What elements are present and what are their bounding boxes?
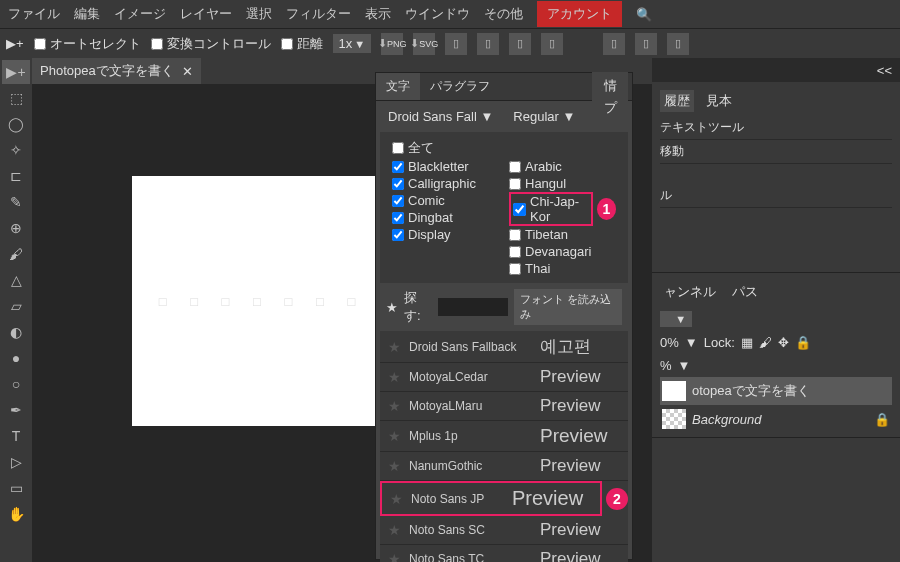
filter-hangul[interactable]: Hangul [509,175,616,192]
distribute-icon-3[interactable]: ▯ [667,33,689,55]
layer-thumb [662,409,686,429]
menu-layer[interactable]: レイヤー [180,5,232,23]
export-svg-button[interactable]: ⬇SVG [413,33,435,55]
crop-tool[interactable]: ⊏ [2,164,30,188]
fav-icon[interactable]: ★ [388,398,401,414]
align-right-icon[interactable]: ▯ [509,33,531,55]
lock-pixels-icon[interactable]: ▦ [741,335,753,350]
menu-filter[interactable]: フィルター [286,5,351,23]
shape-tool[interactable]: ▭ [2,476,30,500]
history-item[interactable]: テキストツール [660,116,892,140]
lock-move-icon[interactable]: ✥ [778,335,789,350]
transform-controls-checkbox[interactable]: 変換コントロール [151,35,271,53]
collapse-icon[interactable]: << [877,63,892,78]
filter-devanagari[interactable]: Devanagari [509,243,616,260]
blur-tool[interactable]: ● [2,346,30,370]
fav-icon[interactable]: ★ [388,522,401,538]
filter-dingbat[interactable]: Dingbat [392,209,499,226]
path-tool[interactable]: ▷ [2,450,30,474]
fav-icon[interactable]: ★ [388,458,401,474]
history-item[interactable]: ル [660,184,892,208]
font-row[interactable]: ★MotoyaLCedarPreview [380,363,628,392]
filter-arabic[interactable]: Arabic [509,158,616,175]
auto-select-checkbox[interactable]: オートセレクト [34,35,141,53]
filter-tibetan[interactable]: Tibetan [509,226,616,243]
lock-icon: 🔒 [874,412,890,427]
eyedropper-tool[interactable]: ✎ [2,190,30,214]
close-icon[interactable]: ✕ [182,64,193,79]
history-item[interactable]: 移動 [660,140,892,164]
filter-thai[interactable]: Thai [509,260,616,277]
fav-icon[interactable]: ★ [388,369,401,385]
lock-all-icon[interactable]: 🔒 [795,335,811,350]
document-tab[interactable]: Photopeaで文字を書く ✕ [32,58,201,84]
fav-icon[interactable]: ★ [388,551,401,562]
move-tool[interactable]: ▶+ [2,60,30,84]
layer-row[interactable]: otopeaで文字を書く [660,377,892,405]
tab-history[interactable]: 履歴 [660,90,694,112]
font-family-dropdown[interactable]: Droid Sans Fall ▼ [388,109,493,124]
tab-channels[interactable]: ャンネル [660,281,720,303]
font-row[interactable]: ★NanumGothicPreview [380,452,628,481]
menu-window[interactable]: ウインドウ [405,5,470,23]
search-icon[interactable]: 🔍 [636,7,652,22]
align-left-icon[interactable]: ▯ [445,33,467,55]
fav-icon[interactable]: ★ [388,339,401,355]
font-weight-dropdown[interactable]: Regular ▼ [513,109,575,124]
dodge-tool[interactable]: ○ [2,372,30,396]
canvas[interactable]: □ □ □ □ □ □ □ [132,176,392,426]
text-tool[interactable]: T [2,424,30,448]
eraser-tool[interactable]: ▱ [2,294,30,318]
stamp-tool[interactable]: △ [2,268,30,292]
brush-tool[interactable]: 🖌 [2,242,30,266]
font-row[interactable]: ★Mplus 1pPreview [380,421,628,452]
font-row-highlighted[interactable]: ★Noto Sans JPPreview [380,481,602,516]
menu-file[interactable]: ファイル [8,5,60,23]
menu-select[interactable]: 選択 [246,5,272,23]
star-icon[interactable]: ★ [386,300,398,315]
export-png-button[interactable]: ⬇PNG [381,33,403,55]
font-row[interactable]: ★MotoyaLMaruPreview [380,392,628,421]
distribute-icon-2[interactable]: ▯ [635,33,657,55]
filter-display[interactable]: Display [392,226,499,243]
lasso-tool[interactable]: ◯ [2,112,30,136]
zoom-dropdown[interactable]: 1x▼ [333,34,372,53]
filter-all[interactable]: 全て [392,138,616,158]
wand-tool[interactable]: ✧ [2,138,30,162]
font-row[interactable]: ★Droid Sans Fallback예고편 [380,331,628,363]
menu-view[interactable]: 表示 [365,5,391,23]
layer-row[interactable]: Background 🔒 [660,405,892,433]
filter-cjk[interactable] [513,203,526,216]
lock-brush-icon[interactable]: 🖌 [759,335,772,350]
filter-blackletter[interactable]: Blackletter [392,158,499,175]
marquee-tool[interactable]: ⬚ [2,86,30,110]
menu-other[interactable]: その他 [484,5,523,23]
gradient-tool[interactable]: ◐ [2,320,30,344]
fav-icon[interactable]: ★ [390,491,403,507]
tab-character[interactable]: 文字 [376,73,420,100]
account-button[interactable]: アカウント [537,1,622,27]
align-top-icon[interactable]: ▯ [541,33,563,55]
pen-tool[interactable]: ✒ [2,398,30,422]
distance-checkbox[interactable]: 距離 [281,35,323,53]
tab-swatches[interactable]: 見本 [702,90,736,112]
menu-edit[interactable]: 編集 [74,5,100,23]
align-center-icon[interactable]: ▯ [477,33,499,55]
blend-mode-dropdown[interactable]: ▼ [660,311,692,327]
font-row[interactable]: ★Noto Sans TCPreview [380,545,628,562]
distribute-icon[interactable]: ▯ [603,33,625,55]
tab-paragraph[interactable]: パラグラフ [420,73,500,100]
info-tab-strip[interactable]: 情プ [592,72,628,122]
font-row[interactable]: ★Noto Sans SCPreview [380,516,628,545]
fav-icon[interactable]: ★ [388,428,401,444]
layer-thumb [662,381,686,401]
filter-comic[interactable]: Comic [392,192,499,209]
filter-calligraphic[interactable]: Calligraphic [392,175,499,192]
move-tool-icon: ▶+ [6,36,24,51]
menu-image[interactable]: イメージ [114,5,166,23]
font-search-input[interactable] [438,298,508,316]
tab-paths[interactable]: パス [728,281,762,303]
heal-tool[interactable]: ⊕ [2,216,30,240]
load-font-button[interactable]: フォント を読み込み [514,289,622,325]
hand-tool[interactable]: ✋ [2,502,30,526]
